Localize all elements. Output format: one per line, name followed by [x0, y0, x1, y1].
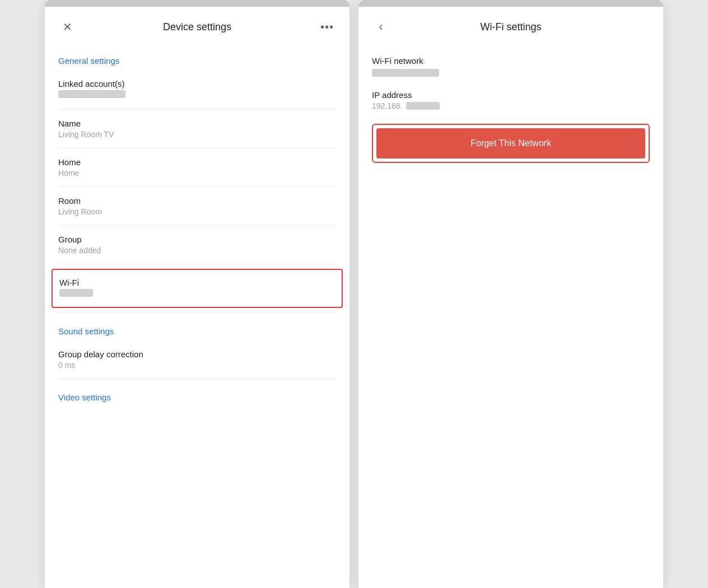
divider-3	[58, 186, 336, 187]
wifi-settings-content: Wi-Fi network IP address 192.168. Forget…	[358, 45, 663, 588]
divider-2	[58, 148, 336, 148]
wifi-network-section: Wi-Fi network	[372, 45, 650, 83]
video-settings-header[interactable]: Video settings	[58, 381, 336, 409]
group-delay-item[interactable]: Group delay correction 0 ms	[58, 343, 336, 376]
wifi-network-label: Wi-Fi network	[372, 56, 650, 66]
more-icon: •••	[320, 21, 334, 34]
device-settings-panel: ✕ Device settings ••• General settings L…	[45, 0, 350, 588]
divider-1	[58, 109, 336, 110]
room-value: Living Room	[58, 207, 336, 216]
wifi-label: Wi-Fi	[59, 278, 335, 287]
divider-4	[58, 225, 336, 226]
home-value: Home	[58, 169, 336, 178]
name-item[interactable]: Name Living Room TV	[58, 112, 336, 146]
divider-7	[58, 379, 336, 379]
group-label: Group	[58, 235, 336, 244]
top-bar-notch	[45, 0, 350, 7]
linked-accounts-value-blurred	[58, 90, 125, 98]
close-button[interactable]: ✕	[58, 18, 76, 36]
wifi-settings-header: ‹ Wi-Fi settings	[358, 7, 663, 45]
room-label: Room	[58, 196, 336, 206]
ip-address-section: IP address 192.168.	[372, 83, 650, 122]
home-label: Home	[58, 157, 336, 167]
linked-accounts-item[interactable]: Linked account(s)	[58, 72, 336, 107]
device-settings-header: ✕ Device settings •••	[45, 7, 350, 45]
back-button[interactable]: ‹	[372, 18, 390, 36]
back-icon: ‹	[379, 20, 383, 34]
wifi-item-highlighted[interactable]: Wi-Fi	[52, 269, 343, 308]
home-item[interactable]: Home Home	[58, 151, 336, 184]
wifi-value-blurred	[59, 289, 93, 297]
ip-address-value: 192.168.	[372, 101, 403, 110]
top-bar-notch-right	[358, 0, 663, 7]
divider-6	[58, 312, 336, 313]
device-settings-content: General settings Linked account(s) Name …	[45, 45, 350, 588]
room-item[interactable]: Room Living Room	[58, 189, 336, 223]
name-label: Name	[58, 119, 336, 128]
group-item[interactable]: Group None added	[58, 228, 336, 262]
ip-address-blurred	[406, 102, 440, 110]
group-value: None added	[58, 246, 336, 255]
divider-5	[58, 264, 336, 264]
group-delay-label: Group delay correction	[58, 349, 336, 359]
group-delay-value: 0 ms	[58, 361, 336, 370]
sound-settings-header[interactable]: Sound settings	[58, 315, 336, 343]
forget-network-button[interactable]: Forget This Network	[376, 128, 645, 158]
wifi-settings-panel: ‹ Wi-Fi settings Wi-Fi network IP addres…	[358, 0, 663, 588]
general-settings-header[interactable]: General settings	[58, 45, 336, 72]
close-icon: ✕	[63, 20, 72, 34]
linked-accounts-label: Linked account(s)	[58, 79, 336, 88]
wifi-settings-title: Wi-Fi settings	[390, 21, 632, 33]
name-value: Living Room TV	[58, 130, 336, 139]
wifi-network-value-blurred	[372, 69, 439, 77]
device-settings-title: Device settings	[76, 21, 318, 33]
more-options-button[interactable]: •••	[318, 18, 336, 36]
forget-network-wrapper: Forget This Network	[372, 124, 650, 163]
ip-address-label: IP address	[372, 90, 650, 100]
